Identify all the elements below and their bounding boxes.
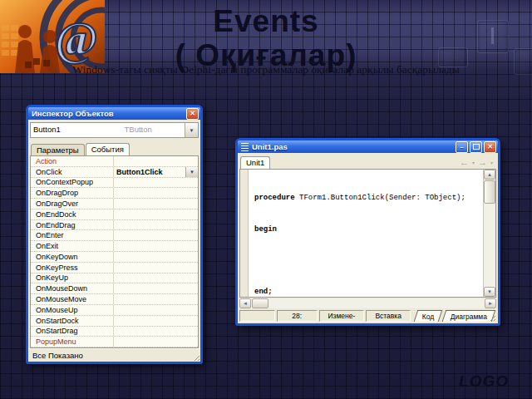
back-dropdown-button[interactable]: ▾: [471, 160, 475, 165]
event-handler-name: Button1Click: [116, 168, 163, 176]
property-name: OnKeyPress: [31, 263, 113, 273]
chevron-down-icon: ▼: [190, 128, 195, 133]
event-row[interactable]: OnKeyUp: [31, 273, 198, 284]
status-cursor-position: 28:: [277, 310, 318, 322]
property-value: [113, 178, 198, 188]
event-row[interactable]: OnEnter: [31, 230, 198, 241]
event-row[interactable]: OnDragOver: [31, 199, 198, 209]
editor-titlebar[interactable]: Unit1.pas – ✕: [238, 140, 498, 153]
scrollbar-track[interactable]: [269, 298, 485, 308]
restore-button[interactable]: [470, 141, 482, 153]
document-icon: [241, 143, 249, 151]
property-name: OnKeyDown: [31, 252, 113, 262]
forward-dropdown-button[interactable]: ▾: [490, 160, 494, 165]
property-name: OnDragOver: [31, 199, 113, 209]
editor-statusbar: 28: Измене- Вставка Код Диаграмма: [239, 310, 496, 322]
event-row[interactable]: OnDragDrop: [31, 188, 198, 199]
property-value: [113, 283, 198, 293]
event-row[interactable]: OnStartDrag: [31, 327, 198, 337]
vertical-scrollbar[interactable]: ▲ ▼: [483, 170, 495, 297]
scroll-right-button[interactable]: ►: [485, 298, 496, 308]
scrollbar-track[interactable]: [484, 204, 495, 287]
status-modified: Измене-: [319, 310, 364, 322]
tab-code-label: Код: [422, 313, 434, 321]
property-value: [113, 188, 198, 198]
property-name: OnContextPopup: [31, 178, 113, 188]
event-row[interactable]: OnKeyPress: [31, 263, 198, 273]
scrollbar-thumb[interactable]: [484, 180, 495, 204]
property-value: [113, 337, 198, 347]
close-icon: ✕: [487, 144, 493, 150]
code-text[interactable]: procedure TForm1.Button1Click(Sender: TO…: [249, 170, 483, 297]
inspector-titlebar[interactable]: Инспектор Объектов ✕: [28, 107, 200, 120]
forward-icon: →: [478, 157, 487, 167]
subtitle-text: Windows-тағы сияқты Delphi-дағы программ…: [0, 63, 532, 76]
scrollbar-thumb[interactable]: [252, 298, 268, 308]
event-row[interactable]: OnEndDock: [31, 209, 198, 220]
resize-grip[interactable]: [192, 353, 200, 361]
forward-button[interactable]: →: [476, 158, 489, 167]
slide-background: @ Events ( Оқиғалар) Windows-тағы сияқты…: [0, 0, 532, 399]
property-name: OnStartDrag: [31, 327, 113, 337]
back-button[interactable]: ←: [458, 158, 470, 167]
property-name: OnEndDock: [31, 209, 113, 219]
event-row-popupmenu[interactable]: PopupMenu: [31, 337, 198, 347]
close-button[interactable]: ✕: [186, 108, 199, 120]
event-row[interactable]: OnMouseUp: [31, 305, 198, 316]
event-row-onclick[interactable]: OnClick Button1Click ▼: [31, 167, 198, 178]
event-row[interactable]: OnContextPopup: [31, 178, 198, 189]
event-row[interactable]: OnEndDrag: [31, 220, 198, 231]
tab-properties[interactable]: Параметры: [31, 144, 85, 155]
object-name: Button1: [33, 125, 61, 134]
scroll-up-button[interactable]: ▲: [484, 170, 495, 180]
event-row[interactable]: OnKeyDown: [31, 252, 198, 263]
code-line: procedure TForm1.Button1Click(Sender: TO…: [254, 193, 481, 204]
tab-code[interactable]: Код: [414, 310, 443, 322]
property-value: [113, 305, 198, 315]
code-editor-window: Unit1.pas – ✕ Unit1 ← ▾ → ▾ procedure TF…: [235, 138, 500, 326]
code-line: end;: [254, 287, 481, 298]
property-name: Action: [31, 156, 113, 166]
inspector-status-text: Все Показано: [32, 351, 83, 360]
combo-dropdown-button[interactable]: ▼: [185, 123, 198, 137]
event-row[interactable]: OnExit: [31, 241, 198, 252]
scroll-up-icon: ▲: [487, 172, 492, 177]
horizontal-scrollbar[interactable]: ◄ ►: [239, 298, 496, 308]
object-inspector-window: Инспектор Объектов ✕ Button1 TButton ▼ П…: [26, 105, 203, 364]
property-value: [113, 220, 198, 230]
restore-icon: [473, 144, 480, 150]
event-row-action[interactable]: Action: [31, 156, 198, 167]
property-value: [113, 273, 198, 283]
property-value: Button1Click ▼: [113, 167, 198, 177]
tab-unit1[interactable]: Unit1: [240, 156, 270, 169]
code-gutter: [240, 170, 249, 297]
property-value: [113, 316, 198, 326]
scroll-left-button[interactable]: ◄: [239, 298, 251, 308]
tab-events[interactable]: События: [86, 143, 130, 155]
minimize-button[interactable]: –: [456, 141, 468, 153]
title-line-1: Events: [0, 4, 532, 38]
property-name: PopupMenu: [31, 337, 113, 347]
object-selector-combobox[interactable]: Button1 TButton ▼: [30, 122, 199, 138]
editor-tabbar: Unit1 ← ▾ → ▾: [238, 153, 498, 169]
property-value: [113, 263, 198, 273]
keyword: end;: [254, 288, 273, 296]
close-button[interactable]: ✕: [484, 141, 496, 153]
code-area: procedure TForm1.Button1Click(Sender: TO…: [239, 169, 496, 298]
event-row[interactable]: OnMouseDown: [31, 283, 198, 294]
value-dropdown-button[interactable]: ▼: [185, 167, 198, 177]
tab-diagram[interactable]: Диаграмма: [442, 310, 496, 322]
events-list: Action OnClick Button1Click ▼ OnContextP…: [30, 155, 199, 348]
event-row[interactable]: OnMouseMove: [31, 294, 198, 305]
close-icon: ✕: [190, 111, 195, 117]
property-name: OnMouseMove: [31, 294, 113, 304]
code-line: [254, 255, 481, 266]
property-name: OnMouseDown: [31, 283, 113, 293]
event-row[interactable]: OnStartDock: [31, 316, 198, 327]
scroll-down-button[interactable]: ▼: [484, 287, 495, 297]
inspector-tabs: Параметры События: [28, 140, 200, 155]
property-name: OnEnter: [31, 230, 113, 240]
property-name: OnDragDrop: [31, 188, 113, 198]
property-name: OnMouseUp: [31, 305, 113, 315]
property-value: [113, 199, 198, 209]
